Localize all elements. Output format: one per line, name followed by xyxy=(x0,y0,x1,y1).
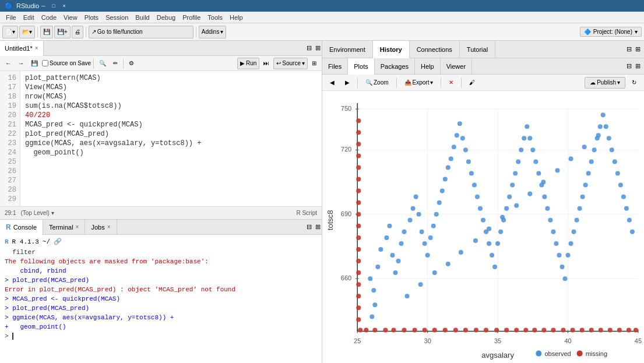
redo-button[interactable]: → xyxy=(15,58,27,69)
menu-edit[interactable]: Edit xyxy=(20,13,38,22)
svg-point-143 xyxy=(443,327,448,332)
code-content[interactable]: plot_pattern(MCAS) View(MCAS) nrow(MCAS)… xyxy=(20,71,322,206)
svg-point-105 xyxy=(592,147,597,152)
menu-plots[interactable]: Plots xyxy=(81,13,102,22)
tab-files[interactable]: Files xyxy=(322,58,348,75)
search-button[interactable]: 🔍 xyxy=(96,58,109,69)
open-file-button[interactable]: 📂▾ xyxy=(19,26,35,38)
svg-point-138 xyxy=(391,327,396,332)
next-plot-button[interactable]: ▶ xyxy=(341,77,354,89)
maximize-button[interactable]: □ xyxy=(50,2,58,10)
go-to-file-button[interactable]: ↗ Go to file/function xyxy=(89,26,193,38)
editor-tab-close[interactable]: × xyxy=(35,45,38,51)
console-collapse-btn[interactable]: ⊟ xyxy=(305,223,313,231)
svg-point-165 xyxy=(356,305,361,310)
svg-point-131 xyxy=(569,156,573,161)
svg-point-108 xyxy=(601,112,606,117)
tab-plots[interactable]: Plots xyxy=(348,58,374,75)
menu-code[interactable]: Code xyxy=(38,13,60,22)
editor-tab-untitled1[interactable]: Untitled1* × xyxy=(0,41,44,56)
minimize-button[interactable]: ─ xyxy=(39,2,47,10)
tab-connections[interactable]: Connections xyxy=(410,41,460,58)
menu-help[interactable]: Help xyxy=(226,13,247,22)
menu-debug[interactable]: Debug xyxy=(153,13,179,22)
tab-environment[interactable]: Environment xyxy=(322,41,373,58)
brush-button[interactable]: 🖌 xyxy=(465,77,479,89)
tab-help[interactable]: Help xyxy=(415,58,441,75)
menu-view[interactable]: View xyxy=(60,13,81,22)
run-next-button[interactable]: ⏭ xyxy=(261,58,272,69)
svg-point-129 xyxy=(541,180,546,185)
jobs-tab-close[interactable]: × xyxy=(107,224,111,230)
menu-profile[interactable]: Profile xyxy=(179,13,204,22)
terminal-tab-close[interactable]: × xyxy=(76,224,79,230)
save-button[interactable]: 💾 xyxy=(40,26,53,38)
run-button[interactable]: ▶ Run xyxy=(237,58,259,69)
source-button[interactable]: ↩ Source ▾ xyxy=(273,58,308,69)
plot-toolbar-sep-1 xyxy=(357,77,358,88)
chart-container: 750 720 690 660 25 30 xyxy=(322,91,644,363)
svg-point-82 xyxy=(525,124,529,129)
console-tab-console[interactable]: R Console xyxy=(0,220,43,235)
environment-tab-label: Environment xyxy=(329,46,365,53)
source-on-save-label[interactable]: Source on Save xyxy=(42,60,91,66)
console-prompt[interactable]: > xyxy=(5,332,317,341)
plot-collapse-btn[interactable]: ⊟ xyxy=(625,62,633,70)
console-line-cmd4: > ggmice(MCAS, aes(x=avgsalary, y=totsc8… xyxy=(5,313,317,322)
tab-packages[interactable]: Packages xyxy=(375,58,415,75)
console-expand-btn[interactable]: ⊞ xyxy=(314,223,322,231)
svg-point-167 xyxy=(356,282,361,287)
svg-text:660: 660 xyxy=(341,274,351,281)
svg-point-155 xyxy=(561,327,565,332)
plot-expand-btn[interactable]: ⊞ xyxy=(634,62,642,70)
console-tab-jobs[interactable]: Jobs × xyxy=(85,220,117,235)
r-icon: R xyxy=(6,223,11,231)
undo-button[interactable]: ← xyxy=(2,58,14,69)
save-editor-button[interactable]: 💾 xyxy=(28,58,41,69)
export-button[interactable]: 📤 Export ▾ xyxy=(400,77,438,89)
tab-tutorial[interactable]: Tutorial xyxy=(460,41,495,58)
refresh-button[interactable]: ↻ xyxy=(628,77,641,89)
toolbar-sep-3 xyxy=(196,27,196,37)
svg-point-140 xyxy=(413,327,417,332)
menu-tools[interactable]: Tools xyxy=(204,13,226,22)
save-all-button[interactable]: 💾+ xyxy=(54,26,71,38)
right-top-collapse-btn[interactable]: ⊟ xyxy=(625,45,633,53)
clear-plot-button[interactable]: ✕ xyxy=(445,77,458,89)
editor-expand-btn[interactable]: ⊞ xyxy=(314,44,322,52)
print-button[interactable]: 🖨 xyxy=(72,26,83,38)
code-editor[interactable]: 1617181920 2122232425 26272829 plot_patt… xyxy=(0,71,322,206)
menu-session[interactable]: Session xyxy=(102,13,132,22)
right-top-expand-btn[interactable]: ⊞ xyxy=(634,45,642,53)
publish-button[interactable]: ☁ Publish ▾ xyxy=(585,77,625,89)
compile-button[interactable]: ⚙ xyxy=(126,58,137,69)
project-icon: 🔷 xyxy=(584,29,591,35)
project-badge[interactable]: 🔷 Project: (None) ▾ xyxy=(580,27,642,37)
editor-maximize-btn[interactable]: ⊞ xyxy=(309,58,319,69)
editor-collapse-btn[interactable]: ⊟ xyxy=(305,44,313,52)
menu-file[interactable]: File xyxy=(2,13,20,22)
tab-viewer[interactable]: Viewer xyxy=(441,58,472,75)
svg-point-154 xyxy=(551,327,555,332)
svg-point-184 xyxy=(577,351,583,357)
console-tab-terminal[interactable]: Terminal × xyxy=(43,220,85,235)
project-label: Project: (None) xyxy=(593,29,632,35)
console-content[interactable]: R R 4.1.3 ~/ 🔗 filter The following obje… xyxy=(0,235,322,363)
svg-point-60 xyxy=(460,136,465,140)
menu-build[interactable]: Build xyxy=(132,13,153,22)
source-on-save-checkbox[interactable] xyxy=(42,60,48,66)
new-file-button[interactable]: 📄▾ xyxy=(2,26,18,38)
svg-point-159 xyxy=(599,327,603,332)
addins-button[interactable]: Addins ▾ xyxy=(199,26,227,38)
code-line-18: View(MCAS) xyxy=(25,83,317,92)
svg-point-102 xyxy=(583,183,588,188)
prev-plot-button[interactable]: ◀ xyxy=(326,77,339,89)
svg-point-168 xyxy=(356,270,361,275)
zoom-button[interactable]: 🔍 Zoom xyxy=(361,77,393,89)
menu-bar: File Edit Code View Plots Session Build … xyxy=(0,12,644,23)
tab-history[interactable]: History xyxy=(373,41,410,58)
code-line-22: 40/220 xyxy=(25,111,317,120)
format-button[interactable]: ✏ xyxy=(110,58,121,69)
close-button[interactable]: × xyxy=(60,2,68,10)
svg-point-85 xyxy=(533,159,538,164)
